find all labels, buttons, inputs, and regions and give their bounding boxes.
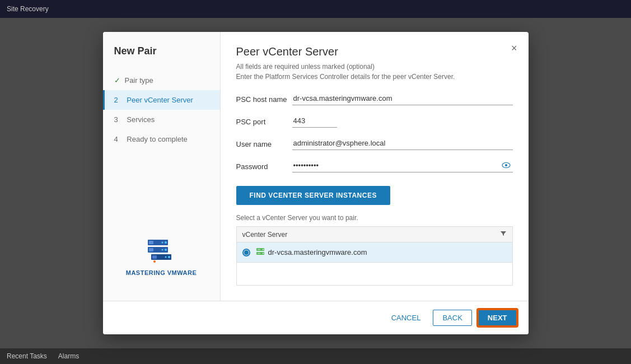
step4-label: Ready to complete <box>127 135 187 143</box>
psc-host-label: PSC host name <box>236 92 292 104</box>
svg-rect-20 <box>258 253 260 254</box>
show-password-icon[interactable] <box>502 161 511 170</box>
svg-point-10 <box>168 256 170 258</box>
step1-check: ✓ <box>114 76 120 85</box>
password-input[interactable] <box>292 159 513 172</box>
username-field <box>292 137 513 150</box>
radio-cell <box>242 249 250 256</box>
svg-point-12 <box>153 260 156 263</box>
password-row: Password <box>236 159 513 172</box>
back-button[interactable]: BACK <box>433 310 471 326</box>
psc-port-input[interactable] <box>292 114 337 128</box>
sidebar-title: New Pair <box>103 45 220 71</box>
step1-label: Pair type <box>125 76 153 85</box>
cancel-button[interactable]: CANCEL <box>385 310 428 325</box>
vcenter-server-icon <box>256 247 265 258</box>
bottom-bar: Recent Tasks Alarms <box>0 348 631 364</box>
logo-text: MASTERING VMWARE <box>114 269 209 276</box>
recent-tasks-label[interactable]: Recent Tasks <box>7 352 47 360</box>
psc-host-row: PSC host name <box>236 92 513 105</box>
svg-rect-9 <box>152 255 157 259</box>
step4-num: 4 <box>114 135 118 143</box>
find-vcenter-button[interactable]: FIND VCENTER SERVER INSTANCES <box>236 186 390 205</box>
main-content: × Peer vCenter Server All fields are req… <box>221 32 529 301</box>
vcenter-row-name: dr-vcsa.masteringvmware.com <box>268 248 367 256</box>
step3-label: Services <box>127 115 155 124</box>
sidebar-item-pair-type[interactable]: ✓ Pair type <box>103 71 220 90</box>
top-bar: Site Recovery <box>0 0 631 18</box>
psc-port-label: PSC port <box>236 114 292 126</box>
modal: New Pair ✓ Pair type 2 Peer vCenter Serv… <box>103 32 529 334</box>
username-row: User name <box>236 137 513 150</box>
next-button[interactable]: NEXT <box>478 309 517 326</box>
radio-button[interactable] <box>242 249 250 256</box>
step2-label: Peer vCenter Server <box>127 96 193 104</box>
password-label: Password <box>236 159 292 171</box>
close-button[interactable]: × <box>509 41 520 55</box>
sidebar: New Pair ✓ Pair type 2 Peer vCenter Serv… <box>103 32 221 301</box>
content-title: Peer vCenter Server <box>236 45 513 58</box>
psc-host-field <box>292 92 513 105</box>
psc-port-row: PSC port <box>236 114 513 128</box>
table-empty-space <box>237 263 512 285</box>
svg-point-6 <box>165 249 167 251</box>
sidebar-item-ready[interactable]: 4 Ready to complete <box>103 129 220 149</box>
content-desc: Enter the Platform Services Controller d… <box>236 73 513 81</box>
svg-point-11 <box>165 256 167 258</box>
modal-footer: CANCEL BACK NEXT <box>103 301 529 334</box>
svg-rect-1 <box>149 241 153 244</box>
svg-point-2 <box>165 241 167 244</box>
vcenter-column-header: vCenter Server <box>242 231 500 239</box>
main-area: New Pair ✓ Pair type 2 Peer vCenter Serv… <box>0 18 631 348</box>
psc-host-input[interactable] <box>292 92 513 105</box>
svg-point-7 <box>162 249 163 251</box>
svg-rect-5 <box>149 248 153 251</box>
table-header: vCenter Server <box>237 227 512 242</box>
psc-port-field <box>292 114 513 128</box>
alarms-label[interactable]: Alarms <box>58 352 79 360</box>
svg-point-17 <box>263 249 264 250</box>
username-input[interactable] <box>292 137 513 150</box>
svg-point-18 <box>263 253 264 254</box>
mastering-vmware-icon <box>146 239 177 265</box>
app-title: Site Recovery <box>7 5 49 13</box>
password-field <box>292 159 513 172</box>
sidebar-item-services[interactable]: 3 Services <box>103 110 220 129</box>
radio-inner <box>244 250 249 255</box>
select-vcenter-label: Select a vCenter Server you want to pair… <box>236 214 513 222</box>
step2-num: 2 <box>114 96 118 104</box>
username-label: User name <box>236 137 292 148</box>
step3-num: 3 <box>114 115 118 124</box>
modal-overlay: New Pair ✓ Pair type 2 Peer vCenter Serv… <box>0 18 631 348</box>
sidebar-logo: MASTERING VMWARE <box>103 227 220 287</box>
svg-rect-19 <box>258 249 260 250</box>
content-subtitle: All fields are required unless marked (o… <box>236 63 513 71</box>
table-row[interactable]: dr-vcsa.masteringvmware.com <box>237 242 512 263</box>
vcenter-table: vCenter Server <box>236 226 513 286</box>
svg-point-3 <box>162 242 163 244</box>
sidebar-item-peer-vcenter[interactable]: 2 Peer vCenter Server <box>103 90 220 110</box>
svg-point-14 <box>505 164 507 166</box>
filter-icon[interactable] <box>500 230 507 239</box>
modal-body: New Pair ✓ Pair type 2 Peer vCenter Serv… <box>103 32 529 301</box>
